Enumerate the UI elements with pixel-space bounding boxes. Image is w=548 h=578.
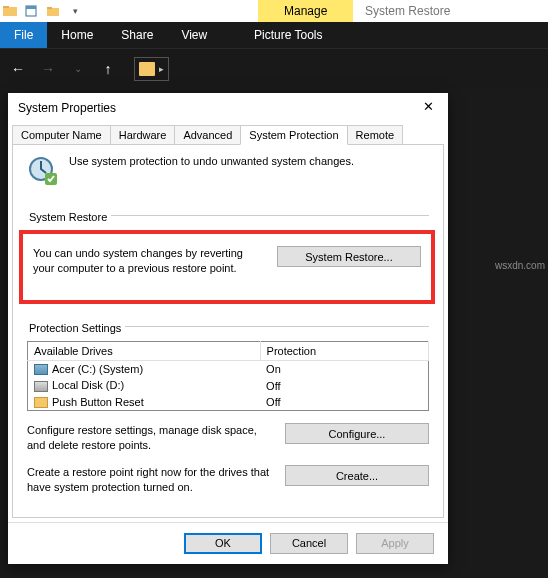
tab-advanced[interactable]: Advanced — [174, 125, 241, 145]
svg-rect-3 — [26, 6, 36, 9]
table-row[interactable]: Acer (C:) (System) On — [28, 360, 429, 377]
col-protection[interactable]: Protection — [260, 341, 428, 360]
tab-panel: Use system protection to undo unwanted s… — [12, 144, 444, 518]
system-restore-button[interactable]: System Restore... — [277, 246, 421, 267]
folder-icon — [2, 3, 18, 19]
highlight-annotation: You can undo system changes by reverting… — [19, 230, 435, 304]
address-bar[interactable]: ▸ — [134, 57, 169, 81]
drive-name: Push Button Reset — [52, 396, 144, 408]
window-title: System Restore — [365, 4, 450, 18]
intro-text: Use system protection to undo unwanted s… — [69, 155, 354, 167]
col-available-drives[interactable]: Available Drives — [28, 341, 261, 360]
contextual-tab-manage[interactable]: Manage — [258, 0, 353, 22]
recent-locations-button[interactable]: ⌄ — [68, 59, 88, 79]
close-icon[interactable]: ✕ — [418, 98, 438, 118]
qat-properties-icon[interactable] — [20, 2, 42, 20]
tab-view[interactable]: View — [167, 22, 221, 48]
chevron-right-icon: ▸ — [159, 64, 164, 74]
create-description: Create a restore point right now for the… — [27, 465, 275, 495]
drive-icon — [34, 397, 48, 408]
dialog-titlebar: System Properties ✕ — [8, 93, 448, 123]
tab-computer-name[interactable]: Computer Name — [12, 125, 111, 145]
dialog-tabs: Computer Name Hardware Advanced System P… — [8, 123, 448, 145]
configure-button[interactable]: Configure... — [285, 423, 429, 444]
configure-description: Configure restore settings, manage disk … — [27, 423, 275, 453]
watermark: wsxdn.com — [495, 260, 545, 271]
drive-icon — [34, 364, 48, 375]
svg-rect-5 — [47, 7, 52, 9]
tab-file[interactable]: File — [0, 22, 47, 48]
drives-table[interactable]: Available Drives Protection Acer (C:) (S… — [27, 341, 429, 412]
back-button[interactable]: ← — [8, 59, 28, 79]
tab-hardware[interactable]: Hardware — [110, 125, 176, 145]
qat-customize-icon[interactable]: ▾ — [64, 2, 86, 20]
nav-toolbar: ← → ⌄ ↑ ▸ — [0, 48, 548, 88]
tab-share[interactable]: Share — [107, 22, 167, 48]
qat-new-folder-icon[interactable] — [42, 2, 64, 20]
dialog-buttons: OK Cancel Apply — [8, 522, 448, 564]
drive-protection: Off — [260, 394, 428, 411]
drive-name: Acer (C:) (System) — [52, 363, 143, 375]
tab-remote[interactable]: Remote — [347, 125, 404, 145]
tab-home[interactable]: Home — [47, 22, 107, 48]
drive-protection: On — [260, 360, 428, 377]
folder-icon — [139, 62, 155, 76]
tab-system-protection[interactable]: System Protection — [240, 125, 347, 145]
system-properties-dialog: System Properties ✕ Computer Name Hardwa… — [8, 93, 448, 564]
explorer-titlebar: ▾ Manage System Restore — [0, 0, 548, 22]
cancel-button[interactable]: Cancel — [270, 533, 348, 554]
ok-button[interactable]: OK — [184, 533, 262, 554]
drive-protection: Off — [260, 377, 428, 394]
drive-icon — [34, 381, 48, 392]
svg-rect-4 — [47, 8, 59, 16]
tab-picture-tools[interactable]: Picture Tools — [240, 22, 336, 48]
apply-button[interactable]: Apply — [356, 533, 434, 554]
dialog-title: System Properties — [18, 101, 116, 115]
create-button[interactable]: Create... — [285, 465, 429, 486]
svg-rect-1 — [3, 6, 9, 8]
restore-description: You can undo system changes by reverting… — [33, 246, 267, 276]
group-protection-settings: Protection Settings — [25, 322, 125, 334]
shield-restore-icon — [27, 155, 59, 187]
drive-name: Local Disk (D:) — [52, 379, 124, 391]
ribbon-tabs: File Home Share View Picture Tools — [0, 22, 548, 48]
group-system-restore: System Restore — [25, 211, 111, 223]
forward-button[interactable]: → — [38, 59, 58, 79]
table-row[interactable]: Local Disk (D:) Off — [28, 377, 429, 394]
svg-rect-0 — [3, 7, 17, 16]
table-row[interactable]: Push Button Reset Off — [28, 394, 429, 411]
up-button[interactable]: ↑ — [98, 59, 118, 79]
